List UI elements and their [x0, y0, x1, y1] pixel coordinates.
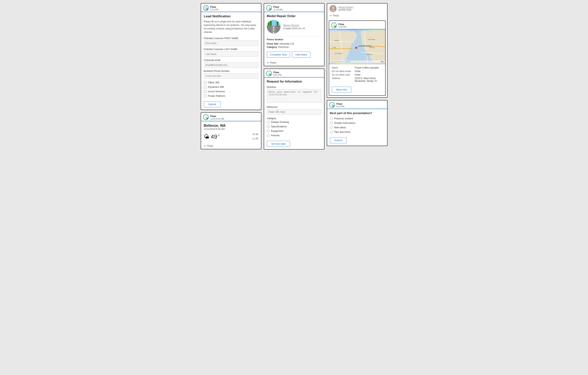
poll-header: ⚡ ✓ Flow 6:14 PM: [327, 100, 387, 109]
repair-created-date: Created 2019 Jun 15: [283, 27, 305, 30]
repair-divider: [267, 36, 321, 36]
map-user-details: Megan Bowen tel:555-0150: [338, 6, 354, 11]
poll-option-newideas[interactable]: New ideas: [330, 126, 384, 129]
radio-permits-input[interactable]: [267, 134, 270, 137]
poll-option-simple[interactable]: Simple instructions: [330, 121, 384, 124]
svg-rect-24: [273, 29, 274, 31]
svg-rect-20: [270, 21, 272, 26]
add-notes-button[interactable]: Add Notes: [292, 52, 310, 58]
map-inner-sender: Flow: [338, 23, 346, 26]
checkbox-dynamics365-input[interactable]: [204, 86, 207, 88]
rfi-reference-input[interactable]: [267, 109, 321, 115]
checkbox-office365-label: Office 365: [208, 81, 220, 84]
right-column: Megan Bowen tel:555-0150 ↩ Reply ⚡: [327, 3, 388, 146]
complete-task-button[interactable]: Complete Task: [267, 52, 290, 58]
weather-left: 🌤 49°F: [204, 133, 220, 140]
weather-main: 🌤 49°F Hi 49 Lo 34: [204, 132, 258, 141]
map-reply-label[interactable]: Reply: [333, 14, 339, 17]
checkbox-powerplatform-input[interactable]: [204, 95, 207, 97]
poll-option-practical[interactable]: Practical content: [330, 117, 384, 120]
lead-submit-button[interactable]: Submit: [204, 101, 220, 107]
middle-column: ⚡ ✓ Flow 11:33 AM Model Repair Order: [264, 3, 325, 150]
radio-design-drawing-input[interactable]: [267, 121, 270, 123]
repair-meta-text: Megan Bowen Created 2019 Jun 15: [283, 24, 305, 30]
rfi-header-meta: Flow 6:01 PM: [273, 71, 282, 76]
map-reply-section: ↩ Reply: [327, 13, 387, 19]
rfi-sender: Flow: [273, 71, 282, 74]
radio-specifications[interactable]: Specifications: [267, 125, 321, 128]
map-image: Henday Largo St. Petersburg Land O'Lakes…: [329, 29, 385, 64]
svg-text:St. Petersburg: St. Petersburg: [334, 53, 342, 54]
checkbox-dynamics365[interactable]: Dynamics 365: [204, 86, 258, 88]
radio-permits[interactable]: Permits: [267, 134, 321, 137]
map-address-label: Address: [332, 77, 353, 82]
repair-header: ⚡ ✓ Flow 11:33 AM: [264, 3, 324, 12]
repair-home-site: Home Site: Homesite 115: [267, 43, 321, 45]
checkbox-azure-label: Azure Services: [208, 90, 225, 93]
svg-text:Plant City: Plant City: [369, 47, 375, 48]
checkbox-azure[interactable]: Azure Services: [204, 90, 258, 93]
repair-person-name[interactable]: Megan Bowen: [283, 24, 305, 27]
radio-specifications-label: Specifications: [271, 125, 287, 128]
first-name-input[interactable]: [204, 41, 258, 46]
map-outer-card: Megan Bowen tel:555-0150 ↩ Reply ⚡: [327, 3, 388, 98]
radio-equipment-input[interactable]: [267, 130, 270, 132]
map-user-avatar: [329, 5, 336, 12]
rfi-card: ⚡ ✓ Flow 6:01 PM Request for Information…: [264, 69, 325, 150]
email-label: Corporate email: [204, 59, 258, 62]
repair-description: Fence broken: [267, 38, 321, 41]
rfi-header: ⚡ ✓ Flow 6:01 PM: [264, 69, 324, 77]
poll-option-tips[interactable]: Tips and tricks: [330, 130, 384, 133]
svg-text:●: ●: [356, 47, 357, 49]
map-address-row: Address 2223 N. West Shore Boulevard, Ta…: [332, 77, 382, 82]
weather-time: 11/21 8:31 AM: [210, 118, 224, 120]
poll-tips-input[interactable]: [330, 131, 333, 133]
repair-avatar: [267, 20, 281, 33]
weather-sender: Flow: [210, 115, 224, 118]
map-inner-header: ⚡ ✓ Flow 3:33 PM: [329, 21, 385, 29]
map-user-section: Megan Bowen tel:555-0150: [327, 3, 387, 13]
repair-time: 11:33 AM: [273, 8, 283, 11]
radio-equipment[interactable]: Equipment: [267, 129, 321, 132]
poll-newideas-input[interactable]: [330, 126, 333, 129]
radio-design-drawing[interactable]: Design Drawing: [267, 120, 321, 123]
svg-text:Fourth Coffee (sample): Fourth Coffee (sample): [358, 45, 371, 47]
radio-specifications-input[interactable]: [267, 125, 270, 128]
weather-reply-label[interactable]: Reply: [207, 144, 213, 147]
map-inner-card: ⚡ ✓ Flow 3:33 PM: [329, 21, 386, 96]
poll-flow-icon: ⚡ ✓: [329, 102, 335, 108]
poll-newideas-label: New ideas: [334, 126, 346, 129]
last-name-input[interactable]: [204, 51, 258, 57]
map-user-name[interactable]: Megan Bowen: [338, 6, 354, 9]
email-input[interactable]: [204, 62, 258, 68]
poll-simple-label: Simple instructions: [334, 121, 355, 124]
repair-reply-label[interactable]: Reply: [270, 61, 276, 64]
poll-sender: Flow: [336, 102, 345, 105]
weather-right: Hi 49 Lo 34: [252, 132, 258, 141]
checkbox-office365[interactable]: Office 365: [204, 81, 258, 84]
lead-notification-card: ⚡ ✓ Flow 2:13 PM Lead Notification Pleas…: [201, 3, 261, 110]
svg-text:✓: ✓: [270, 9, 271, 10]
svg-text:✓: ✓: [333, 106, 334, 107]
checkbox-powerplatform[interactable]: Power Platform: [204, 95, 258, 97]
poll-tips-label: Tips and tricks: [334, 130, 350, 133]
lead-sender: Flow: [210, 5, 218, 8]
more-info-button[interactable]: More Info: [332, 87, 352, 93]
poll-simple-input[interactable]: [330, 122, 333, 124]
checkbox-group: Office 365 Dynamics 365 Azure Services P…: [204, 81, 258, 97]
repair-reply-arrow-icon: ↩: [267, 61, 269, 64]
home-site-label: Home Site:: [267, 43, 279, 45]
poll-submit-button[interactable]: Submit: [330, 137, 347, 143]
map-nocalls-label: Do not allow calls: [332, 73, 353, 76]
svg-text:✓: ✓: [270, 74, 271, 76]
poll-practical-input[interactable]: [330, 117, 333, 120]
svg-rect-19: [268, 22, 269, 26]
checkbox-office365-input[interactable]: [204, 81, 207, 84]
set-due-date-button[interactable]: Set due date: [267, 141, 290, 147]
checkbox-azure-input[interactable]: [204, 90, 207, 93]
svg-text:Tampa Bay: Tampa Bay: [366, 54, 372, 55]
phone-input[interactable]: [204, 73, 258, 79]
rfi-question-textarea[interactable]: [267, 89, 321, 103]
weather-body: Bellevue, WA 11/21/2019 8:30 AM 🌤 49°F H…: [201, 121, 261, 143]
lead-desc: Please fill out a single form for each i…: [204, 20, 258, 34]
